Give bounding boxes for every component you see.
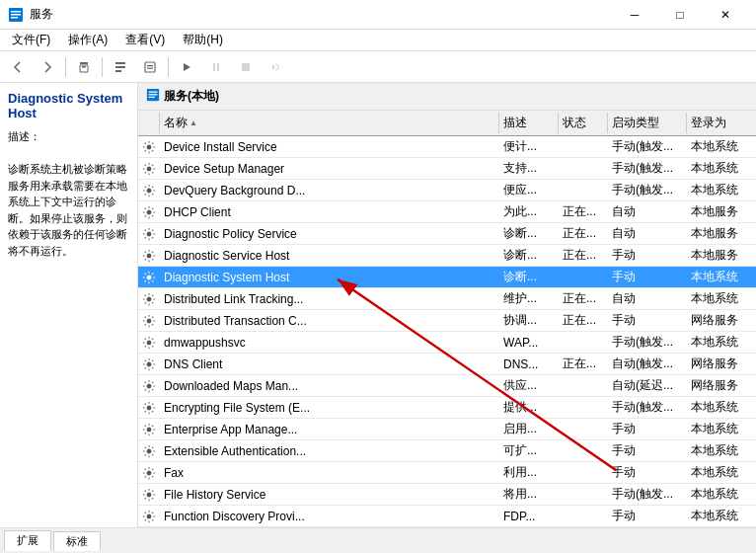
menu-help[interactable]: 帮助(H)	[175, 30, 231, 50]
service-login: 网络服务	[687, 375, 756, 396]
service-desc: 诊断...	[499, 267, 559, 287]
svg-rect-18	[149, 97, 155, 98]
table-row[interactable]: DNS ClientDNS...正在...自动(触发...网络服务	[138, 354, 756, 375]
svg-rect-1	[11, 11, 21, 13]
left-panel: Diagnostic System Host 描述：诊断系统主机被诊断策略服务用…	[0, 83, 138, 527]
menu-file[interactable]: 文件(F)	[4, 30, 58, 50]
svg-rect-11	[147, 67, 153, 68]
gear-icon	[142, 357, 156, 371]
stop-button[interactable]	[232, 54, 260, 80]
menu-view[interactable]: 查看(V)	[117, 30, 173, 50]
gear-icon	[142, 444, 156, 458]
service-login: 本地系统	[687, 288, 756, 309]
play-button[interactable]	[173, 54, 200, 80]
service-name: Diagnostic Service Host	[160, 245, 499, 266]
up-button[interactable]	[70, 54, 98, 80]
title-bar: 服务 ─ □ ✕	[0, 0, 756, 30]
service-desc: DNS...	[499, 354, 559, 374]
service-icon	[138, 354, 160, 374]
gear-icon	[142, 401, 156, 415]
properties-button[interactable]	[136, 54, 164, 80]
service-name: Distributed Transaction C...	[160, 310, 499, 331]
svg-point-34	[147, 470, 151, 474]
right-panel: 服务(本地) 名称 ▲ 描述 状态 启动类型 登录为	[138, 83, 756, 527]
col-desc[interactable]: 描述	[499, 113, 559, 133]
table-row[interactable]: Diagnostic Service Host诊断...正在...手动本地服务	[138, 245, 756, 267]
service-startup: 手动(触发...	[608, 332, 687, 353]
table-row[interactable]: Distributed Link Tracking...维护...正在...自动…	[138, 288, 756, 310]
table-row[interactable]: DevQuery Background D...便应...手动(触发...本地系…	[138, 180, 756, 201]
service-desc: FDP...	[499, 506, 559, 526]
minimize-button[interactable]: ─	[612, 0, 657, 30]
table-row[interactable]: Fax利用...手动本地系统	[138, 462, 756, 484]
col-name-label: 名称	[164, 115, 188, 131]
table-header: 名称 ▲ 描述 状态 启动类型 登录为	[138, 111, 756, 136]
menu-action[interactable]: 操作(A)	[60, 30, 115, 50]
table-row[interactable]: Downloaded Maps Man...供应...自动(延迟...网络服务	[138, 375, 756, 397]
col-status[interactable]: 状态	[559, 113, 608, 133]
close-button[interactable]: ✕	[703, 0, 748, 30]
restart-button[interactable]	[262, 54, 289, 80]
service-icon	[138, 440, 160, 461]
gear-icon	[142, 140, 156, 154]
sort-arrow: ▲	[189, 118, 197, 127]
gear-icon	[142, 292, 156, 306]
col-name[interactable]: 名称 ▲	[160, 113, 499, 133]
service-status: 正在...	[559, 288, 608, 309]
service-desc: 可扩...	[499, 440, 559, 461]
service-status	[559, 332, 608, 353]
service-name: Fax	[160, 462, 499, 483]
service-status	[559, 419, 608, 439]
service-login: 本地系统	[687, 484, 756, 505]
service-desc: 便应...	[499, 180, 559, 200]
table-row[interactable]: Device Setup Manager支持...手动(触发...本地系统	[138, 158, 756, 180]
tab-expand[interactable]: 扩展	[4, 530, 51, 551]
col-startup[interactable]: 启动类型	[608, 113, 687, 133]
toolbar	[0, 51, 756, 83]
svg-rect-7	[115, 66, 125, 68]
service-desc: 诊断...	[499, 245, 559, 266]
table-row[interactable]: Diagnostic System Host诊断...手动本地系统	[138, 267, 756, 288]
svg-point-25	[147, 275, 151, 278]
svg-point-21	[147, 188, 151, 192]
forward-button[interactable]	[34, 54, 61, 80]
gear-icon	[142, 184, 156, 198]
col-login[interactable]: 登录为	[687, 113, 756, 133]
table-area: 名称 ▲ 描述 状态 启动类型 登录为 Device Install Servi…	[138, 111, 756, 527]
service-startup: 手动	[608, 462, 687, 483]
show-hide-button[interactable]	[107, 54, 134, 80]
maximize-button[interactable]: □	[657, 0, 703, 30]
table-row[interactable]: Encrypting File System (E...提供...手动(触发..…	[138, 397, 756, 419]
service-login: 本地服务	[687, 223, 756, 244]
service-status	[559, 440, 608, 461]
table-row[interactable]: Distributed Transaction C...协调...正在...手动…	[138, 310, 756, 332]
table-row[interactable]: dmwappushsvcWAP...手动(触发...本地系统	[138, 332, 756, 354]
service-login: 网络服务	[687, 354, 756, 374]
gear-icon	[142, 314, 156, 328]
table-row[interactable]: File History Service将用...手动(触发...本地系统	[138, 484, 756, 506]
services-table[interactable]: 名称 ▲ 描述 状态 启动类型 登录为 Device Install Servi…	[138, 111, 756, 527]
col-icon	[138, 113, 160, 133]
back-button[interactable]	[4, 54, 32, 80]
service-startup: 自动	[608, 288, 687, 309]
table-row[interactable]: Enterprise App Manage...启用...手动本地系统	[138, 419, 756, 440]
service-startup: 手动(触发...	[608, 180, 687, 200]
gear-icon	[142, 227, 156, 241]
service-login: 本地系统	[687, 419, 756, 439]
tab-standard[interactable]: 标准	[53, 531, 101, 551]
svg-point-19	[147, 144, 151, 148]
svg-point-27	[147, 318, 151, 322]
service-name: dmwappushsvc	[160, 332, 499, 353]
service-name: Diagnostic Policy Service	[160, 223, 499, 244]
service-status: 正在...	[559, 245, 608, 266]
service-startup: 手动(触发...	[608, 484, 687, 505]
service-desc: WAP...	[499, 332, 559, 353]
table-row[interactable]: Extensible Authentication...可扩...手动本地系统	[138, 440, 756, 462]
table-row[interactable]: Diagnostic Policy Service诊断...正在...自动本地服…	[138, 223, 756, 245]
table-row[interactable]: Device Install Service便计...手动(触发...本地系统	[138, 136, 756, 158]
menu-bar: 文件(F) 操作(A) 查看(V) 帮助(H)	[0, 30, 756, 51]
pause-button[interactable]	[202, 54, 230, 80]
table-row[interactable]: Function Discovery Provi...FDP...手动本地系统	[138, 506, 756, 527]
table-row[interactable]: DHCP Client为此...正在...自动本地服务	[138, 201, 756, 223]
services-header-bar: 服务(本地)	[138, 83, 756, 111]
